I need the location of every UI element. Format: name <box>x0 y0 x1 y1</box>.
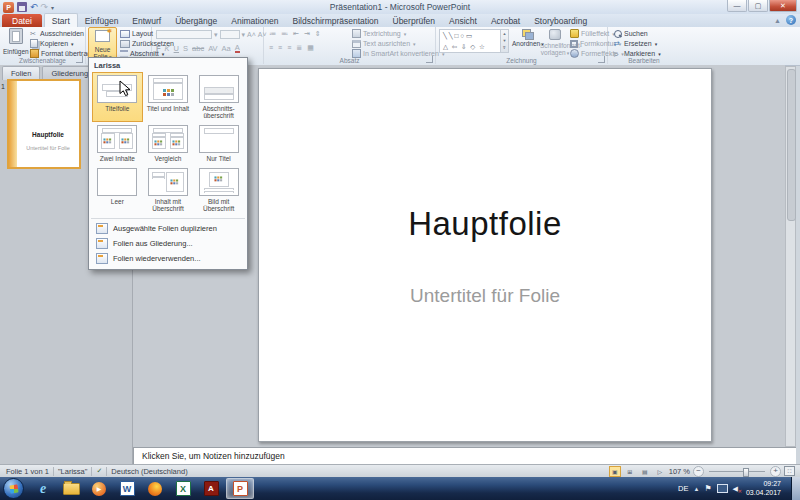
menu-slides-from-outline[interactable]: Folien aus Gliederung... <box>89 236 247 251</box>
scrollbar-thumb[interactable] <box>787 69 796 221</box>
close-button[interactable]: ✕ <box>769 0 797 12</box>
replace-button[interactable]: Ersetzen <box>614 39 661 48</box>
align-center-icon[interactable]: ≡ <box>278 44 282 52</box>
zoom-slider[interactable] <box>709 471 765 472</box>
justify-icon[interactable]: ≣ <box>296 44 302 52</box>
layout-zwei-inhalte[interactable]: Zwei Inhalte <box>92 122 143 165</box>
shadow-button[interactable]: S <box>183 44 188 53</box>
zoom-out-button[interactable]: − <box>693 466 704 477</box>
taskbar-explorer[interactable] <box>58 479 84 498</box>
minimize-ribbon-icon[interactable]: ▲ <box>774 17 781 24</box>
font-color-button[interactable]: A <box>235 44 240 53</box>
slide-title[interactable]: Hauptfolie <box>279 205 691 243</box>
font-size-dropdown-icon[interactable]: ▾ <box>242 31 246 39</box>
taskbar-acrobat[interactable]: A <box>198 479 224 498</box>
powerpoint-app-icon[interactable]: P <box>3 2 14 13</box>
keyboard-language[interactable]: DE <box>678 484 688 493</box>
layout-inhalt-mit-ueberschrift[interactable]: Inhalt mit Überschrift <box>143 165 194 215</box>
taskbar-excel[interactable]: X <box>170 479 196 498</box>
menu-duplicate-slides[interactable]: Ausgewählte Folien duplizieren <box>89 221 247 236</box>
strikethrough-button[interactable]: abc <box>192 44 204 53</box>
slide-thumbnail[interactable]: Hauptfolie Untertitel für Folie <box>7 79 81 169</box>
numbering-icon[interactable]: ≕ <box>281 30 288 38</box>
vertical-scrollbar[interactable] <box>785 66 796 447</box>
character-spacing-button[interactable]: AV <box>208 44 217 53</box>
tray-expand-icon[interactable]: ▲ <box>693 486 699 492</box>
shapes-gallery-scroll[interactable]: ▲▼⊽ <box>501 29 509 53</box>
slide-subtitle[interactable]: Untertitel für Folie <box>279 285 691 307</box>
action-center-flag-icon[interactable]: ⚑ <box>704 484 711 493</box>
layout-leer[interactable]: Leer <box>92 165 143 215</box>
tab-bildschirmpraesentation[interactable]: Bildschirmpräsentation <box>286 14 386 27</box>
grow-font-icon[interactable]: A˄ <box>247 31 256 38</box>
muted-speaker-icon[interactable]: ◀ <box>733 485 738 493</box>
tab-uebergaenge[interactable]: Übergänge <box>168 14 224 27</box>
arrange-button[interactable]: Anordnen <box>512 29 542 48</box>
slide-sorter-view-button[interactable]: ⊞ <box>624 466 636 477</box>
menu-reuse-slides[interactable]: Folien wiederverwenden... <box>89 251 247 266</box>
font-size-box[interactable] <box>220 30 240 39</box>
bold-button[interactable]: F <box>156 44 161 53</box>
slideshow-view-button[interactable]: ▷ <box>654 466 666 477</box>
tab-datei[interactable]: Datei <box>2 14 42 27</box>
paragraph-dialog-launcher[interactable] <box>426 56 433 63</box>
zoom-slider-thumb[interactable] <box>743 468 749 477</box>
reading-view-button[interactable]: ▤ <box>639 466 651 477</box>
layout-bild-mit-ueberschrift[interactable]: Bild mit Überschrift <box>193 165 244 215</box>
network-icon[interactable] <box>717 484 728 493</box>
taskbar-media-player[interactable]: ▶ <box>86 479 112 498</box>
zoom-in-button[interactable]: + <box>770 466 781 477</box>
taskbar-firefox[interactable] <box>142 479 168 498</box>
fit-to-window-button[interactable]: ⛶ <box>784 466 795 476</box>
align-text-button[interactable]: Text ausrichten <box>352 39 444 48</box>
layout-abschnittsueberschrift[interactable]: Abschnitts-überschrift <box>193 72 244 122</box>
language-indicator[interactable]: Deutsch (Deutschland) <box>111 467 187 476</box>
taskbar-word[interactable]: W <box>114 479 140 498</box>
help-icon[interactable]: ? <box>786 15 796 25</box>
maximize-button[interactable]: ▢ <box>748 0 768 12</box>
columns-icon[interactable]: ▦ <box>307 44 314 52</box>
qat-dropdown-icon[interactable]: ▾ <box>51 4 54 11</box>
decrease-indent-icon[interactable]: ⇤ <box>293 30 299 38</box>
undo-icon[interactable]: ↶ <box>30 2 38 12</box>
layout-vergleich[interactable]: Vergleich <box>143 122 194 165</box>
font-name-dropdown-icon[interactable]: ▾ <box>214 31 218 39</box>
italic-button[interactable]: K <box>165 44 170 53</box>
clipboard-dialog-launcher[interactable] <box>76 56 83 63</box>
spellcheck-icon[interactable]: ✓ <box>96 467 102 475</box>
tab-folien[interactable]: Folien <box>2 66 40 80</box>
increase-indent-icon[interactable]: ⇥ <box>304 30 310 38</box>
tab-entwurf[interactable]: Entwurf <box>125 14 168 27</box>
tab-start[interactable]: Start <box>44 13 78 27</box>
taskbar-powerpoint-active[interactable]: P <box>226 478 254 499</box>
tab-animationen[interactable]: Animationen <box>224 14 285 27</box>
font-name-box[interactable] <box>156 30 212 39</box>
tab-ansicht[interactable]: Ansicht <box>442 14 484 27</box>
tab-acrobat[interactable]: Acrobat <box>484 14 527 27</box>
tab-einfuegen[interactable]: Einfügen <box>78 14 126 27</box>
quick-styles-button[interactable]: Schnellformat- vorlagen <box>540 29 570 56</box>
bullets-icon[interactable]: ≔ <box>269 30 276 38</box>
find-button[interactable]: Suchen <box>614 29 661 38</box>
tab-storyboarding[interactable]: Storyboarding <box>527 14 594 27</box>
slide-canvas[interactable]: Hauptfolie Untertitel für Folie <box>258 68 712 442</box>
notes-pane[interactable]: Klicken Sie, um Notizen hinzuzufügen <box>133 447 796 464</box>
save-icon[interactable] <box>17 2 27 12</box>
layout-titelfolie[interactable]: Titelfolie <box>92 72 143 122</box>
line-spacing-icon[interactable]: ⇕ <box>315 30 321 38</box>
normal-view-button[interactable]: ▣ <box>609 466 621 477</box>
drawing-dialog-launcher[interactable] <box>598 56 605 63</box>
layout-titel-und-inhalt[interactable]: Titel und Inhalt <box>143 72 194 122</box>
text-direction-button[interactable]: Textrichtung <box>352 29 444 38</box>
align-right-icon[interactable]: ≡ <box>287 44 291 52</box>
taskbar-internet-explorer[interactable]: e <box>30 479 56 498</box>
align-left-icon[interactable]: ≡ <box>269 44 273 52</box>
change-case-button[interactable]: Aa <box>222 44 231 53</box>
redo-icon[interactable]: ↷ <box>41 2 49 12</box>
paste-button[interactable]: Einfügen <box>3 28 28 56</box>
taskbar-clock[interactable]: 09:27 03.04.2017 <box>743 480 781 496</box>
layout-nur-titel[interactable]: Nur Titel <box>193 122 244 165</box>
underline-button[interactable]: U <box>174 44 179 53</box>
tab-ueberpruefen[interactable]: Überprüfen <box>386 14 443 27</box>
minimize-button[interactable]: — <box>727 0 747 12</box>
